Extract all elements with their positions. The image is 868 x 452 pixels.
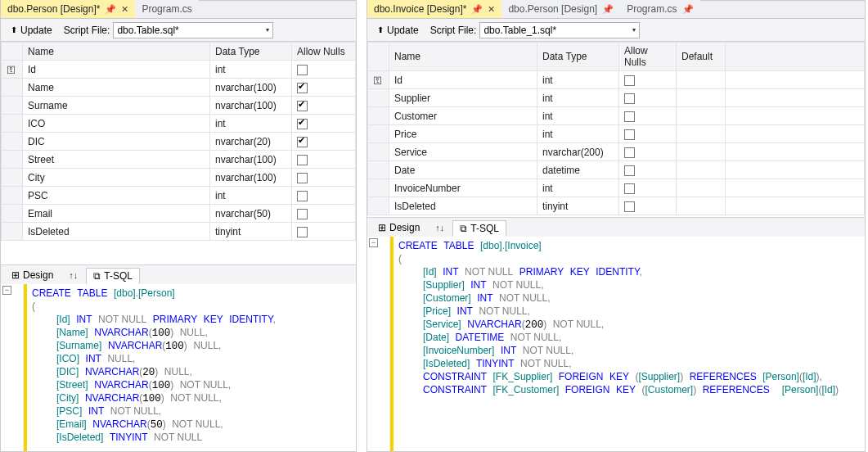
swap-panes-button[interactable]: ↑↓ [64, 270, 83, 280]
checkbox[interactable] [624, 111, 635, 122]
cell-default[interactable] [677, 125, 726, 143]
checkbox[interactable] [297, 209, 308, 219]
table-row[interactable]: Supplierint [368, 89, 865, 107]
row-header[interactable] [2, 115, 23, 133]
cell-datatype[interactable]: datetime [537, 161, 619, 179]
tab-design[interactable]: ⊞ Design [4, 267, 61, 282]
checkbox[interactable] [297, 173, 308, 183]
tab-design[interactable]: ⊞ Design [371, 219, 427, 235]
checkbox[interactable] [297, 155, 308, 165]
update-button[interactable]: ⬆ Update [6, 23, 57, 38]
cell-name[interactable]: ICO [23, 115, 210, 133]
cell-allownulls[interactable] [292, 187, 356, 205]
col-default-header[interactable]: Default [677, 43, 726, 71]
row-header[interactable] [2, 187, 23, 205]
columns-grid[interactable]: Name Data Type Allow Nulls ⚿IdintNamenva… [1, 42, 356, 264]
checkbox[interactable] [624, 201, 635, 212]
cell-datatype[interactable]: tinyint [537, 197, 619, 215]
document-tab[interactable]: Program.cs📌 [620, 0, 699, 18]
row-header[interactable] [2, 169, 23, 187]
document-tab[interactable]: dbo.Person [Design]*📌✕ [1, 0, 135, 18]
close-icon[interactable]: ✕ [121, 4, 128, 15]
cell-name[interactable]: Supplier [389, 89, 537, 107]
tab-tsql[interactable]: ⧉ T-SQL [86, 268, 140, 284]
cell-allownulls[interactable] [619, 107, 677, 125]
col-datatype-header[interactable]: Data Type [210, 43, 292, 61]
cell-allownulls[interactable] [292, 79, 356, 97]
pin-icon[interactable]: 📌 [682, 4, 694, 15]
cell-name[interactable]: Service [389, 143, 537, 161]
cell-datatype[interactable]: tinyint [210, 223, 292, 241]
cell-name[interactable]: Name [23, 79, 210, 97]
checkbox[interactable] [297, 101, 308, 111]
cell-allownulls[interactable] [619, 143, 677, 161]
checkbox[interactable] [297, 137, 308, 147]
close-icon[interactable]: ✕ [488, 4, 495, 15]
cell-datatype[interactable]: int [537, 179, 619, 197]
cell-default[interactable] [677, 143, 726, 161]
cell-name[interactable]: Customer [389, 107, 537, 125]
row-header[interactable]: ⚿ [2, 61, 23, 79]
cell-name[interactable]: Email [23, 205, 210, 223]
row-header[interactable] [2, 79, 23, 97]
cell-name[interactable]: PSC [23, 187, 210, 205]
cell-name[interactable]: Surname [23, 97, 210, 115]
checkbox[interactable] [624, 165, 635, 176]
table-row[interactable]: Citynvarchar(100) [2, 169, 356, 187]
cell-allownulls[interactable] [292, 97, 356, 115]
cell-name[interactable]: Street [23, 151, 210, 169]
cell-datatype[interactable]: nvarchar(100) [210, 169, 292, 187]
cell-name[interactable]: IsDeleted [389, 197, 537, 215]
row-header[interactable] [368, 107, 389, 125]
cell-allownulls[interactable] [619, 161, 677, 179]
table-row[interactable]: IsDeletedtinyint [2, 223, 356, 241]
cell-name[interactable]: City [23, 169, 210, 187]
table-row[interactable]: Datedatetime [368, 161, 865, 179]
row-header[interactable] [368, 143, 389, 161]
cell-default[interactable] [677, 161, 726, 179]
cell-datatype[interactable]: nvarchar(20) [210, 133, 292, 151]
cell-datatype[interactable]: int [210, 187, 292, 205]
cell-name[interactable]: Date [389, 161, 537, 179]
row-header[interactable] [368, 89, 389, 107]
row-header[interactable] [2, 133, 23, 151]
checkbox[interactable] [297, 65, 308, 75]
outline-toggle-icon[interactable]: − [369, 238, 378, 247]
checkbox[interactable] [297, 119, 308, 129]
table-row[interactable]: Customerint [368, 107, 865, 125]
cell-allownulls[interactable] [292, 61, 356, 79]
table-row[interactable]: Surnamenvarchar(100) [2, 97, 356, 115]
row-header[interactable]: ⚿ [368, 71, 389, 89]
table-row[interactable]: PSCint [2, 187, 356, 205]
pin-icon[interactable]: 📌 [471, 4, 483, 15]
cell-allownulls[interactable] [619, 89, 677, 107]
row-header[interactable] [368, 125, 389, 143]
cell-datatype[interactable]: nvarchar(200) [537, 143, 619, 161]
table-row[interactable]: InvoiceNumberint [368, 179, 865, 197]
cell-datatype[interactable]: nvarchar(50) [210, 205, 292, 223]
table-row[interactable]: ⚿Idint [2, 61, 356, 79]
cell-allownulls[interactable] [619, 197, 677, 215]
checkbox[interactable] [624, 129, 635, 140]
outline-toggle-icon[interactable]: − [2, 286, 11, 295]
document-tab[interactable]: Program.cs [135, 0, 198, 18]
table-row[interactable]: DICnvarchar(20) [2, 133, 356, 151]
cell-allownulls[interactable] [292, 115, 356, 133]
table-row[interactable]: IsDeletedtinyint [368, 197, 865, 215]
table-row[interactable]: Streetnvarchar(100) [2, 151, 356, 169]
pin-icon[interactable]: 📌 [105, 4, 116, 15]
cell-name[interactable]: Id [389, 71, 537, 89]
row-header[interactable] [368, 161, 389, 179]
checkbox[interactable] [297, 83, 308, 93]
sql-code[interactable]: CREATE TABLE [dbo].[Person] ( [Id] INT N… [27, 284, 356, 451]
cell-name[interactable]: Id [23, 61, 210, 79]
row-header[interactable] [368, 197, 389, 215]
tab-tsql[interactable]: ⧉ T-SQL [452, 220, 506, 237]
col-allownulls-header[interactable]: Allow Nulls [619, 43, 677, 71]
cell-allownulls[interactable] [619, 125, 677, 143]
checkbox[interactable] [624, 93, 635, 104]
cell-datatype[interactable]: int [537, 89, 619, 107]
cell-datatype[interactable]: int [210, 61, 292, 79]
cell-name[interactable]: DIC [23, 133, 210, 151]
col-name-header[interactable]: Name [389, 43, 537, 71]
